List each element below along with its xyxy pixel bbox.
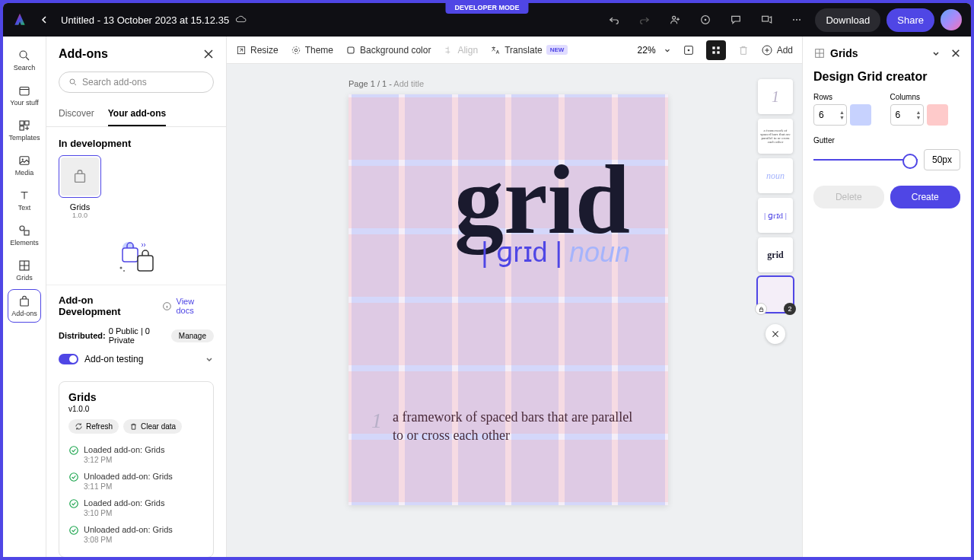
tab-discover[interactable]: Discover <box>59 102 94 126</box>
search-input[interactable]: Search add-ons <box>59 72 214 93</box>
rail-templates[interactable]: Templates <box>3 113 46 148</box>
svg-point-6 <box>799 19 801 21</box>
testing-toggle[interactable] <box>59 354 78 364</box>
translate-button[interactable]: TranslateNEW <box>490 45 568 56</box>
log-entry: Unloaded add-on: Grids3:08 PM <box>68 521 204 548</box>
svg-rect-37 <box>717 46 719 49</box>
stepper-icon[interactable]: ▲▼ <box>916 110 921 120</box>
gutter-value[interactable]: 50px <box>924 149 960 170</box>
rail-your-stuff[interactable]: Your stuff <box>3 78 46 113</box>
log-entry: Unloaded add-on: Grids3:11 PM <box>68 468 204 495</box>
rows-input[interactable]: 6▲▼ <box>813 104 847 126</box>
svg-rect-10 <box>25 121 29 125</box>
back-button[interactable] <box>37 12 52 27</box>
svg-rect-17 <box>21 299 29 306</box>
undo-button[interactable] <box>602 8 626 32</box>
canvas[interactable]: Page 1 / 1 - Add title grid | ɡrɪd | nou… <box>227 64 802 557</box>
thumb-1[interactable]: 1 <box>758 79 793 114</box>
stepper-icon[interactable]: ▲▼ <box>839 110 845 120</box>
cols-color-swatch[interactable] <box>927 104 948 126</box>
grid-view-button[interactable] <box>706 40 726 60</box>
delete-button[interactable] <box>734 40 753 60</box>
rail-text[interactable]: Text <box>3 183 46 218</box>
left-rail: Search Your stuff Templates Media Text E… <box>3 37 46 557</box>
svg-point-18 <box>70 79 75 84</box>
art-word: grid <box>364 110 653 244</box>
close-icon[interactable] <box>951 49 960 58</box>
layout-button[interactable] <box>679 40 699 60</box>
tab-your-addons[interactable]: Your add-ons <box>108 102 166 126</box>
svg-rect-39 <box>717 51 719 53</box>
distributed-label: Distributed: <box>59 331 106 340</box>
rail-elements[interactable]: Elements <box>3 218 46 253</box>
theme-button[interactable]: Theme <box>291 45 333 56</box>
svg-rect-11 <box>20 126 24 130</box>
zoom-level[interactable]: 22% <box>638 45 656 56</box>
grid-delete-button[interactable]: Delete <box>813 186 884 208</box>
chevron-down-icon[interactable] <box>931 49 941 58</box>
chevron-down-icon[interactable] <box>205 355 214 364</box>
gutter-label: Gutter <box>813 136 960 145</box>
thumb-count-badge: 2 <box>784 303 796 315</box>
rail-addons[interactable]: Add-ons <box>8 289 41 323</box>
download-button[interactable]: Download <box>815 8 880 32</box>
resize-button[interactable]: Resize <box>236 45 279 56</box>
rail-grids[interactable]: Grids <box>3 253 46 288</box>
thumb-5[interactable]: grid <box>758 237 793 272</box>
bgcolor-button[interactable]: Background color <box>345 45 431 56</box>
check-icon <box>68 445 79 456</box>
svg-rect-19 <box>75 173 85 182</box>
more-icon[interactable] <box>785 8 809 32</box>
svg-point-7 <box>20 51 27 58</box>
thumb-4[interactable]: | ɡrɪd | <box>758 198 793 233</box>
def-text: a framework of spaced bars that are para… <box>393 409 645 444</box>
share-button[interactable]: Share <box>886 8 934 32</box>
addon-tile-grids[interactable]: Grids 1.0.0 <box>59 155 101 219</box>
help-icon[interactable] <box>693 8 718 32</box>
rail-search[interactable]: Search <box>3 43 46 78</box>
redo-button[interactable] <box>632 8 657 32</box>
invite-icon[interactable] <box>663 8 687 32</box>
artboard[interactable]: grid | ɡrɪd | noun 1 a framework of spac… <box>349 94 668 505</box>
thumb-6[interactable]: 2 <box>758 277 793 312</box>
present-icon[interactable] <box>754 8 778 32</box>
info-icon[interactable] <box>162 301 172 311</box>
distributed-value: 0 Public | 0 Private <box>109 326 171 345</box>
close-panel-icon[interactable] <box>203 49 214 59</box>
close-thumbnails-button[interactable] <box>766 324 785 344</box>
rail-media[interactable]: Media <box>3 148 46 183</box>
svg-point-24 <box>123 270 125 272</box>
svg-point-23 <box>120 267 123 269</box>
add-title-link[interactable]: Add title <box>393 79 424 88</box>
dev-section-title: Add-on Development <box>59 294 158 317</box>
manage-button[interactable]: Manage <box>171 329 214 342</box>
bag-icon <box>72 168 88 185</box>
addons-panel: Add-ons Search add-ons Discover Your add… <box>46 37 227 557</box>
comment-icon[interactable] <box>724 8 748 32</box>
thumb-3[interactable]: noun <box>758 158 793 193</box>
trash-icon <box>129 422 138 431</box>
app-logo[interactable] <box>12 12 27 27</box>
svg-point-13 <box>22 158 24 160</box>
rows-color-swatch[interactable] <box>850 104 871 126</box>
svg-point-26 <box>70 447 78 455</box>
grid-create-button[interactable]: Create <box>890 186 961 208</box>
cols-input[interactable]: 6▲▼ <box>890 104 924 126</box>
svg-rect-3 <box>762 16 769 21</box>
canvas-toolbar: Resize Theme Background color Align Tran… <box>227 37 802 64</box>
log-entry: Loaded add-on: Grids3:12 PM <box>68 441 204 468</box>
clear-data-button[interactable]: Clear data <box>123 419 182 434</box>
thumb-2[interactable]: a framework of spaced bars that are para… <box>758 119 793 154</box>
refresh-button[interactable]: Refresh <box>68 419 119 434</box>
dev-illustration <box>46 219 226 285</box>
testing-label: Add-on testing <box>84 354 143 364</box>
add-button[interactable]: Add <box>761 44 793 56</box>
chevron-down-icon[interactable] <box>664 46 671 54</box>
cloud-icon <box>235 14 247 26</box>
user-avatar[interactable] <box>941 9 962 30</box>
view-docs-link[interactable]: View docs <box>177 297 215 315</box>
gutter-slider[interactable] <box>813 159 918 161</box>
lock-icon <box>755 303 767 315</box>
document-title[interactable]: Untitled - 13 October 2023 at 15.12.35 <box>61 14 229 26</box>
rows-label: Rows <box>813 93 884 101</box>
